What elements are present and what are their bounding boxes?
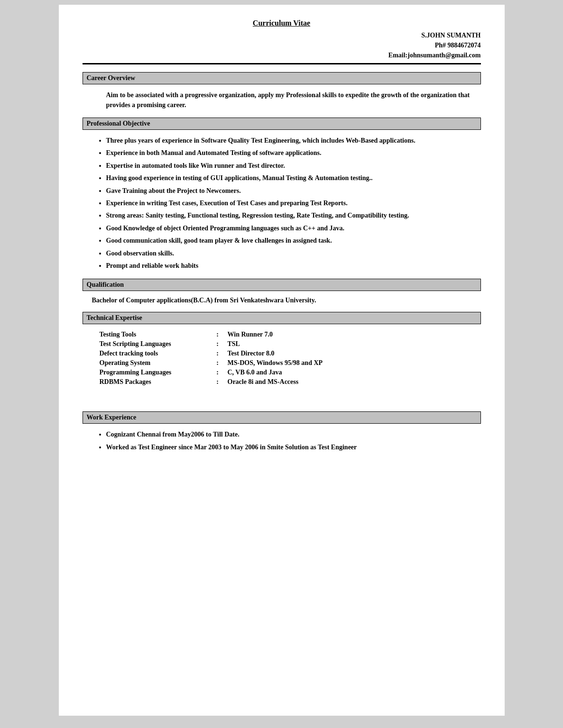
tech-separator: : <box>211 377 225 387</box>
phone: Ph# 9884672074 <box>83 40 481 50</box>
tech-value: TSL <box>225 339 326 349</box>
career-overview-text: Aim to be associated with a progressive … <box>92 90 471 110</box>
header-divider <box>83 63 481 64</box>
tech-label: Defect tracking tools <box>97 349 211 358</box>
technical-expertise-header: Technical Expertise <box>83 312 481 324</box>
tech-separator: : <box>211 368 225 377</box>
professional-objective-header: Professional Objective <box>83 118 481 130</box>
technical-expertise-table: Testing Tools : Win Runner 7.0 Test Scri… <box>97 330 326 387</box>
list-item: Having good experience in testing of GUI… <box>106 173 481 183</box>
tech-value: Win Runner 7.0 <box>225 330 326 339</box>
contact-block: S.JOHN SUMANTH Ph# 9884672074 Email:john… <box>83 30 481 60</box>
work-experience-header: Work Experience <box>83 411 481 424</box>
list-item: Good Knowledge of object Oriented Progra… <box>106 223 481 234</box>
list-item: Good observation skills. <box>106 248 481 259</box>
cv-title: Curriculum Vitae <box>83 19 481 27</box>
table-row: Programming Languages : C, VB 6.0 and Ja… <box>97 368 326 377</box>
tech-value: MS-DOS, Windows 95/98 and XP <box>225 358 326 368</box>
list-item: Experience in both Manual and Automated … <box>106 148 481 158</box>
email: Email:johnsumanth@gmail.com <box>83 50 481 60</box>
tech-label: Testing Tools <box>97 330 211 339</box>
table-row: Test Scripting Languages : TSL <box>97 339 326 349</box>
tech-separator: : <box>211 349 225 358</box>
tech-separator: : <box>211 358 225 368</box>
tech-label: RDBMS Packages <box>97 377 211 387</box>
tech-label: Test Scripting Languages <box>97 339 211 349</box>
qualification-header: Qualification <box>83 279 481 291</box>
list-item: Cognizant Chennai from May2006 to Till D… <box>106 429 481 440</box>
tech-separator: : <box>211 330 225 339</box>
table-row: Operating System : MS-DOS, Windows 95/98… <box>97 358 326 368</box>
name: S.JOHN SUMANTH <box>83 30 481 40</box>
list-item: Three plus years of experience in Softwa… <box>106 136 481 146</box>
tech-value: C, VB 6.0 and Java <box>225 368 326 377</box>
table-row: RDBMS Packages : Oracle 8i and MS-Access <box>97 377 326 387</box>
list-item: Worked as Test Engineer since Mar 2003 t… <box>106 442 481 453</box>
list-item: Good communication skill, good team play… <box>106 236 481 246</box>
tech-value: Test Director 8.0 <box>225 349 326 358</box>
tech-value: Oracle 8i and MS-Access <box>225 377 326 387</box>
list-item: Gave Training about the Project to Newco… <box>106 186 481 196</box>
tech-separator: : <box>211 339 225 349</box>
tech-label: Operating System <box>97 358 211 368</box>
tech-label: Programming Languages <box>97 368 211 377</box>
table-row: Testing Tools : Win Runner 7.0 <box>97 330 326 339</box>
list-item: Strong areas: Sanity testing, Functional… <box>106 210 481 221</box>
resume-page: Curriculum Vitae S.JOHN SUMANTH Ph# 9884… <box>59 5 505 716</box>
qualification-text: Bachelor of Computer applications(B.C.A)… <box>92 297 481 304</box>
work-experience-list: Cognizant Chennai from May2006 to Till D… <box>83 429 481 453</box>
table-row: Defect tracking tools : Test Director 8.… <box>97 349 326 358</box>
career-overview-header: Career Overview <box>83 72 481 84</box>
list-item: Experience in writing Test cases, Execut… <box>106 198 481 209</box>
list-item: Expertise in automated tools like Win ru… <box>106 161 481 171</box>
list-item: Prompt and reliable work habits <box>106 261 481 271</box>
professional-objective-list: Three plus years of experience in Softwa… <box>83 136 481 271</box>
